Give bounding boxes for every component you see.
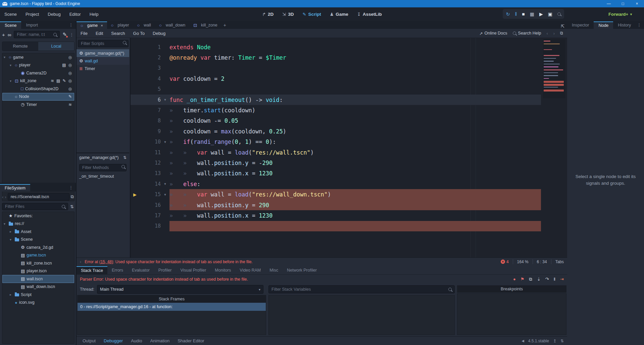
menu-scene[interactable]: Scene bbox=[0, 12, 21, 17]
history-back-icon[interactable]: ‹ bbox=[2, 194, 3, 199]
search-help-button[interactable]: Search Help bbox=[513, 31, 541, 36]
bottom-tab-output[interactable]: Output bbox=[79, 338, 100, 343]
ignore-error-breaks-icon[interactable]: ⚑ bbox=[521, 277, 525, 282]
script-icon[interactable]: ✎ bbox=[68, 94, 72, 99]
filesystem-tree-row[interactable]: ▸Asset bbox=[2, 228, 74, 236]
fold-toggle-icon[interactable]: ▾ bbox=[10, 63, 15, 67]
script-list-item[interactable]: ⚙game_manager.gd(*) bbox=[77, 49, 129, 57]
movie-writer-icon[interactable]: ▣ bbox=[548, 11, 552, 17]
code-line[interactable]: ▶15▾» » var wall = load("res://wall_down… bbox=[131, 189, 541, 199]
tab-node[interactable]: Node bbox=[594, 21, 613, 29]
code-line[interactable]: 16» » wall.position.y = 290 bbox=[131, 200, 541, 210]
movie-maker-icon[interactable]: ▶ bbox=[539, 11, 543, 17]
path-field[interactable] bbox=[8, 193, 69, 200]
script-list-item[interactable]: ≣Timer bbox=[77, 65, 129, 72]
step-into-icon[interactable]: ⇣ bbox=[537, 277, 541, 282]
eye-icon[interactable]: ◎ bbox=[68, 71, 72, 75]
code-fold-icon[interactable]: ▾ bbox=[161, 182, 169, 186]
scene-tree-row[interactable]: ▾○player▤◎ bbox=[2, 61, 74, 69]
add-node-icon[interactable]: + bbox=[2, 32, 5, 38]
bottom-tab-debugger[interactable]: Debugger bbox=[100, 338, 127, 343]
step-over-icon[interactable]: ↷ bbox=[545, 277, 549, 282]
eye-icon[interactable]: ◎ bbox=[68, 55, 72, 60]
code-line[interactable]: 1extends Node bbox=[131, 42, 541, 52]
copy-error-icon[interactable]: ⧉ bbox=[529, 277, 532, 282]
filter-stack-variables-input[interactable] bbox=[268, 285, 455, 293]
new-scene-tab-icon[interactable]: + bbox=[221, 22, 230, 29]
script-history-back-icon[interactable]: ‹ bbox=[546, 31, 548, 36]
indent-type[interactable]: Tabs bbox=[555, 260, 564, 264]
debug-continue-icon[interactable]: ⇥ bbox=[560, 277, 564, 282]
scene-tree-row[interactable]: ◷Timer≋ bbox=[2, 101, 74, 109]
fold-toggle-icon[interactable]: ▸ bbox=[10, 230, 15, 233]
code-editor[interactable]: 1extends Node2@onready var timer: Timer … bbox=[131, 38, 567, 257]
history-forward-icon[interactable]: › bbox=[5, 194, 6, 199]
remote-debug-icon[interactable]: ▦ bbox=[530, 11, 534, 17]
clapper-icon[interactable]: ▤ bbox=[62, 63, 66, 67]
scene-tab-player[interactable]: ○player bbox=[107, 21, 133, 29]
code-line[interactable]: 18 bbox=[131, 221, 541, 231]
make-floating-icon[interactable]: ⧉ bbox=[560, 31, 563, 36]
signal-icon[interactable]: ≋ bbox=[68, 102, 72, 107]
bottom-tab-audio[interactable]: Audio bbox=[127, 338, 146, 343]
instantiate-scene-icon[interactable]: ∞ bbox=[8, 32, 11, 38]
scene-tab-kill_zone[interactable]: ⊡kill_zone bbox=[189, 21, 221, 29]
code-line[interactable]: 7» timer.start(cooldown) bbox=[131, 105, 541, 115]
fold-toggle-icon[interactable]: ▾ bbox=[4, 55, 9, 59]
script-icon[interactable]: ✎ bbox=[62, 78, 66, 83]
filesystem-tree-row[interactable]: ⚙camera_2d.gd bbox=[2, 243, 74, 251]
zoom-paint-icon[interactable] bbox=[557, 12, 561, 16]
scene-tree-row[interactable]: ▾⊡kill_zone≋▤✎◎ bbox=[2, 77, 74, 85]
code-line[interactable]: 3 bbox=[131, 63, 541, 73]
code-line[interactable]: 8» cooldown -= 0.05 bbox=[131, 116, 541, 126]
filesystem-tree-row[interactable]: ▤wall_down.tscn bbox=[2, 283, 74, 291]
tab-history[interactable]: History bbox=[613, 21, 636, 29]
code-fold-icon[interactable]: ▾ bbox=[161, 98, 169, 102]
eye-icon[interactable]: ◎ bbox=[68, 63, 72, 67]
tab-filesystem[interactable]: FileSystem bbox=[0, 184, 30, 191]
method-list-item[interactable]: _on_timer_timeout bbox=[77, 173, 129, 180]
debug-pause-icon[interactable]: ‖ bbox=[554, 277, 555, 282]
filesystem-tree-row[interactable]: ▤game.tscn bbox=[2, 251, 74, 260]
bottom-tab-shader-editor[interactable]: Shader Editor bbox=[174, 338, 208, 343]
code-line[interactable]: 14▾» else: bbox=[131, 179, 541, 189]
minimize-button[interactable]: — bbox=[602, 0, 616, 7]
debugger-tab-profiler[interactable]: Profiler bbox=[154, 266, 176, 274]
zoom-level[interactable]: 164 % bbox=[517, 260, 529, 264]
code-line[interactable]: 4var cooldown = 2 bbox=[131, 73, 541, 84]
toggle-split-mode-icon[interactable]: ⇅ bbox=[70, 204, 74, 209]
scene-tree-row[interactable]: ○Node✎ bbox=[2, 93, 74, 101]
remote-button[interactable]: Remote bbox=[2, 42, 38, 51]
script-list-item[interactable]: ⚙wall.gd bbox=[77, 57, 129, 65]
sort-methods-icon[interactable]: ⇅ bbox=[123, 155, 127, 160]
debugger-tab-monitors[interactable]: Monitors bbox=[210, 266, 235, 274]
attach-script-icon[interactable]: ✎ bbox=[62, 32, 67, 38]
code-minimap[interactable] bbox=[543, 39, 565, 98]
eye-icon[interactable]: ◎ bbox=[68, 87, 72, 91]
thread-dropdown[interactable]: Main Thread▾ bbox=[97, 285, 263, 294]
script-menu-go-to[interactable]: Go To bbox=[133, 31, 145, 36]
menu-project[interactable]: Project bbox=[21, 12, 43, 17]
scene-tab-wall_down[interactable]: ○wall_down bbox=[155, 21, 189, 29]
code-line[interactable]: 10▾» if(randi_range(0, 1) == 0): bbox=[131, 137, 541, 147]
dock-menu-icon[interactable]: ⋮ bbox=[637, 22, 644, 29]
scene-tree-row[interactable]: ◉Camera2D◎ bbox=[2, 69, 74, 77]
script-history-forward-icon[interactable]: › bbox=[553, 31, 555, 36]
file-filter-input[interactable] bbox=[2, 203, 68, 210]
online-docs-button[interactable]: ↗Online Docs bbox=[479, 31, 507, 36]
fold-toggle-icon[interactable]: ▾ bbox=[10, 238, 15, 241]
scene-tab-wall[interactable]: ○wall bbox=[133, 21, 155, 29]
code-line[interactable]: 12» » wall.position.y = -290 bbox=[131, 158, 541, 168]
eye-icon[interactable]: ◎ bbox=[68, 78, 72, 83]
filesystem-tree-row[interactable]: ▤wall.tscn bbox=[2, 275, 74, 283]
code-line[interactable]: 11» » var wall = load("res://wall.tscn") bbox=[131, 147, 541, 158]
debugger-tab-misc[interactable]: Misc bbox=[265, 266, 283, 274]
collapse-error-icon[interactable]: ‹ bbox=[80, 259, 81, 264]
tab-import[interactable]: Import bbox=[21, 21, 42, 29]
clapper-icon[interactable]: ▤ bbox=[56, 78, 60, 83]
scene-tree-row[interactable]: ▾○game◎ bbox=[2, 53, 74, 61]
menu-help[interactable]: Help bbox=[85, 12, 103, 17]
debugger-tab-evaluator[interactable]: Evaluator bbox=[128, 266, 154, 274]
mode-2d[interactable]: ↱2D bbox=[262, 12, 274, 17]
break-icon[interactable]: ● bbox=[513, 277, 516, 282]
